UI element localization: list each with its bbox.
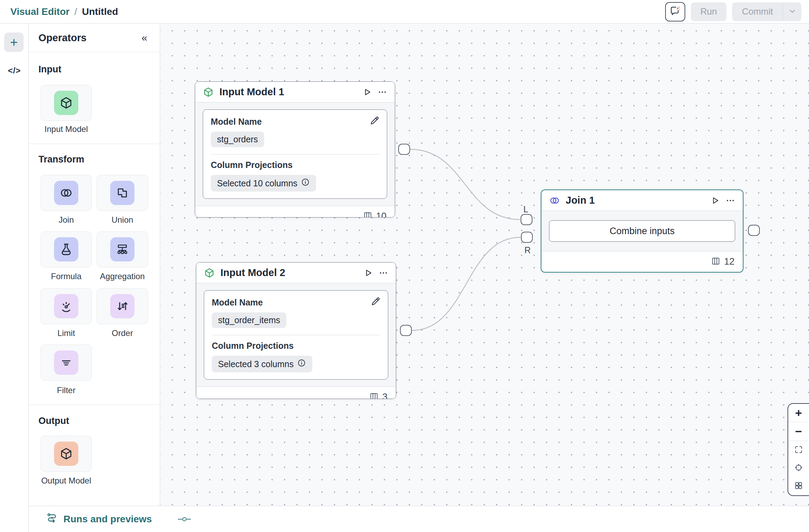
section-label-input: Input [38, 64, 61, 75]
node-header: Input Model 2 [196, 263, 396, 283]
projections-value: Selected 3 columns [218, 359, 294, 369]
fit-view-button[interactable] [788, 441, 809, 459]
operator-label: Order [88, 328, 157, 338]
operator-order[interactable] [97, 288, 148, 324]
column-projections-label: Column Projections [212, 341, 380, 351]
join-right-port-label: R [524, 245, 531, 255]
play-icon[interactable] [710, 196, 720, 205]
play-icon[interactable] [362, 87, 372, 97]
operator-filter[interactable] [41, 345, 92, 381]
collapse-panel-button[interactable]: « [141, 32, 147, 44]
operator-join[interactable] [41, 175, 92, 211]
operator-output-model[interactable] [41, 436, 92, 472]
operator-label: Input Model [32, 124, 101, 134]
column-count: 3 [382, 392, 388, 399]
columns-icon [711, 256, 721, 267]
operator-label: Filter [32, 385, 101, 395]
zoom-in-button[interactable]: + [788, 404, 809, 422]
section-divider [29, 144, 160, 144]
commit-button[interactable]: Commit [732, 2, 783, 21]
section-label-output: Output [38, 416, 69, 426]
play-icon[interactable] [363, 268, 373, 278]
crosshair-icon [794, 461, 803, 475]
minimap-button[interactable] [788, 477, 809, 495]
route-icon [46, 512, 58, 526]
breadcrumb: Visual Editor / Untitled [10, 6, 118, 17]
columns-icon [363, 211, 373, 218]
ellipsis-menu-icon[interactable] [377, 87, 387, 97]
node-title: Input Model 2 [220, 267, 358, 278]
node-header: Join 1 [541, 190, 743, 211]
zoom-out-button[interactable]: − [788, 422, 809, 440]
bottom-bar: Runs and previews [29, 506, 809, 532]
commit-split-button: Commit [732, 2, 801, 21]
column-projections-label: Column Projections [211, 160, 379, 170]
locate-button[interactable] [788, 459, 809, 477]
node-config-card: Model Name stg_orders Column Projections… [203, 109, 387, 199]
operators-panel-title: Operators [38, 32, 87, 44]
operators-panel: Operators « Input Input Model Transform … [29, 24, 160, 506]
run-button[interactable]: Run [691, 2, 727, 21]
sort-arrows-icon [110, 294, 134, 318]
model-name-label: Model Name [211, 117, 379, 127]
gauge-icon [54, 294, 78, 318]
field-divider [212, 335, 380, 335]
code-view-button[interactable]: </> [0, 66, 29, 76]
chat-sparkles-icon [669, 5, 681, 18]
join-right-input-handle[interactable] [521, 232, 533, 243]
model-name-label: Model Name [212, 298, 380, 308]
edit-pencil-icon[interactable] [369, 115, 380, 127]
operator-aggregation[interactable] [97, 231, 148, 267]
union-shapes-icon [110, 181, 134, 205]
add-operator-button[interactable]: + [4, 33, 24, 52]
column-count: 10 [376, 211, 386, 218]
output-handle-join-1[interactable] [748, 225, 760, 236]
ellipsis-menu-icon[interactable] [379, 268, 388, 278]
left-icon-rail: + </> [0, 24, 29, 532]
combine-inputs-button[interactable]: Combine inputs [549, 220, 735, 242]
preview-toggle-icon[interactable] [177, 516, 191, 522]
ellipsis-menu-icon[interactable] [725, 196, 735, 205]
node-title: Join 1 [566, 195, 705, 206]
operator-input-model[interactable] [41, 85, 92, 121]
node-title: Input Model 1 [219, 86, 357, 98]
operator-union[interactable] [97, 175, 148, 211]
model-name-chip: stg_orders [211, 132, 264, 147]
operator-label: Union [88, 215, 157, 225]
section-divider [29, 405, 160, 405]
operator-limit[interactable] [41, 288, 92, 324]
node-footer: 12 [541, 251, 743, 272]
commit-options-button[interactable] [783, 2, 801, 21]
breadcrumb-app-link[interactable]: Visual Editor [10, 6, 70, 17]
column-count: 12 [724, 256, 734, 267]
node-join-1[interactable]: Join 1 Combine inputs 12 [541, 189, 743, 273]
section-label-transform: Transform [38, 154, 84, 165]
breadcrumb-separator: / [75, 6, 77, 17]
node-input-model-2[interactable]: Input Model 2 Model Name stg_order_items… [196, 262, 396, 399]
top-bar: Visual Editor / Untitled Run Commit [0, 0, 809, 24]
runs-and-previews-label: Runs and previews [63, 514, 152, 525]
node-input-model-1[interactable]: Input Model 1 Model Name stg_orders Colu… [195, 81, 395, 218]
info-icon [301, 178, 310, 189]
output-handle-input-model-2[interactable] [400, 325, 412, 336]
operator-formula[interactable] [41, 231, 92, 267]
flask-icon [54, 237, 78, 261]
join-left-port-label: L [523, 204, 528, 214]
node-footer: 10 [195, 206, 395, 218]
visual-editor-app: Visual Editor / Untitled Run Commit [0, 0, 809, 532]
aggregation-tree-icon [110, 237, 134, 261]
cube-icon [54, 442, 78, 466]
operators-panel-header: Operators « [29, 24, 160, 52]
node-header: Input Model 1 [195, 82, 395, 103]
output-handle-input-model-1[interactable] [398, 144, 410, 155]
info-icon [297, 358, 306, 370]
join-left-input-handle[interactable] [521, 214, 532, 225]
column-projections-chip[interactable]: Selected 3 columns [212, 356, 312, 372]
runs-and-previews-button[interactable]: Runs and previews [46, 512, 152, 526]
edit-pencil-icon[interactable] [371, 296, 381, 308]
node-footer: 3 [196, 387, 396, 399]
cube-icon [203, 87, 214, 98]
ai-assistant-button[interactable] [665, 2, 685, 21]
field-divider [211, 154, 379, 154]
column-projections-chip[interactable]: Selected 10 columns [211, 175, 316, 192]
